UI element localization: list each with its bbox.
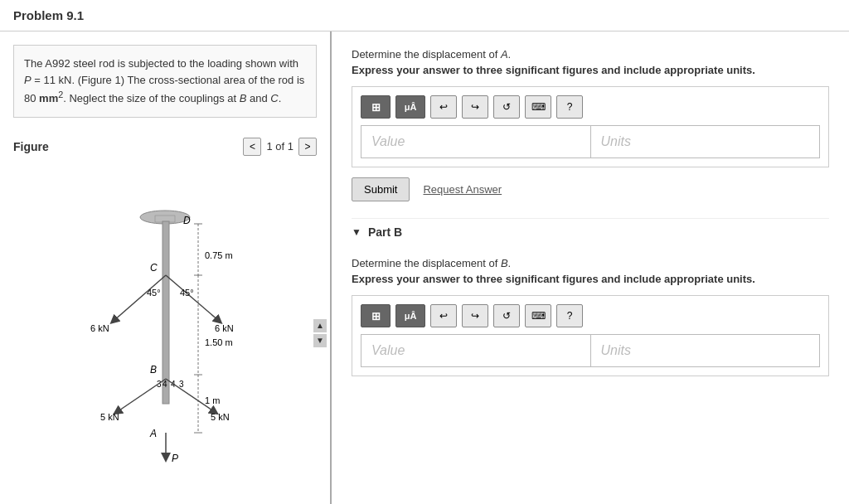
part-b-mu-btn[interactable]: μÂ xyxy=(395,304,425,327)
svg-text:A: A xyxy=(149,428,157,439)
part-b-label: Part B xyxy=(368,225,402,239)
diagram-svg: D C 45° 45° 0.75 m xyxy=(41,192,289,474)
part-a-keyboard-btn[interactable]: ⌨ xyxy=(525,95,551,119)
part-a-mu-btn[interactable]: μÂ xyxy=(395,95,425,119)
part-b-value-units-row: Value Units xyxy=(361,334,820,367)
part-b-instruction: Determine the displacement of B. xyxy=(352,257,829,269)
svg-text:45°: 45° xyxy=(147,288,161,298)
scroll-up-btn[interactable]: ▲ xyxy=(313,319,327,332)
header: Problem 9.1 xyxy=(0,0,849,32)
svg-text:B: B xyxy=(150,364,157,376)
left-panel: The A992 steel rod is subjected to the l… xyxy=(0,32,332,504)
main-content: The A992 steel rod is subjected to the l… xyxy=(0,32,849,504)
part-a-value-field[interactable]: Value xyxy=(361,125,591,158)
nav-count: 1 of 1 xyxy=(266,140,294,153)
nav-next-button[interactable]: > xyxy=(298,138,317,156)
svg-rect-3 xyxy=(163,221,169,404)
svg-text:1 m: 1 m xyxy=(205,395,220,405)
part-b-unit-btn[interactable]: ⊞ xyxy=(361,304,391,327)
part-b-answer-box: ⊞ μÂ ↩ ↪ ↺ ⌨ ? Value Units xyxy=(352,295,829,376)
problem-text: The A992 steel rod is subjected to the l… xyxy=(13,45,317,118)
page-title: Problem 9.1 xyxy=(13,8,84,22)
scroll-indicator: ▲ ▼ xyxy=(313,319,327,347)
part-b-help-btn[interactable]: ? xyxy=(556,304,583,327)
part-a-units-field[interactable]: Units xyxy=(591,125,821,158)
part-a-redo-btn[interactable]: ↪ xyxy=(462,95,488,119)
figure-label: Figure xyxy=(13,140,49,153)
part-a-answer-box: ⊞ μÂ ↩ ↪ ↺ ⌨ ? Value Units xyxy=(352,86,829,167)
figure-area: D C 45° 45° 0.75 m xyxy=(0,162,330,504)
part-b-header: ▼ Part B xyxy=(352,218,829,245)
svg-text:3: 3 xyxy=(179,380,184,389)
part-b-undo-btn[interactable]: ↩ xyxy=(430,304,457,327)
part-a-undo-btn[interactable]: ↩ xyxy=(430,95,457,119)
part-a-instruction: Determine the displacement of A. xyxy=(352,48,829,61)
part-b-keyboard-btn[interactable]: ⌨ xyxy=(525,304,551,327)
svg-text:C: C xyxy=(150,262,158,274)
part-b-redo-btn[interactable]: ↪ xyxy=(462,304,488,327)
svg-text:0.75 m: 0.75 m xyxy=(205,250,233,260)
part-b-units-field[interactable]: Units xyxy=(591,334,821,367)
part-a-unit-btn[interactable]: ⊞ xyxy=(361,95,391,119)
nav-prev-button[interactable]: < xyxy=(243,138,261,156)
right-panel: Determine the displacement of A. Express… xyxy=(332,32,849,504)
svg-text:5 kN: 5 kN xyxy=(100,412,119,422)
part-b-toolbar: ⊞ μÂ ↩ ↪ ↺ ⌨ ? xyxy=(361,304,820,327)
part-b-refresh-btn[interactable]: ↺ xyxy=(493,304,520,327)
part-a-section: Determine the displacement of A. Express… xyxy=(352,48,829,201)
part-a-help-btn[interactable]: ? xyxy=(556,95,583,119)
svg-text:D: D xyxy=(183,215,191,226)
svg-text:6 kN: 6 kN xyxy=(90,323,109,333)
svg-text:6 kN: 6 kN xyxy=(215,323,234,333)
part-a-toolbar: ⊞ μÂ ↩ ↪ ↺ ⌨ ? xyxy=(361,95,820,119)
part-a-value-units-row: Value Units xyxy=(361,125,820,158)
svg-text:45°: 45° xyxy=(180,288,194,298)
svg-text:5 kN: 5 kN xyxy=(211,412,230,422)
svg-line-23 xyxy=(117,379,166,412)
part-b-instruction-bold: Express your answer to three significant… xyxy=(352,273,829,285)
part-a-request-link[interactable]: Request Answer xyxy=(423,183,502,196)
part-a-submit-button[interactable]: Submit xyxy=(352,177,410,201)
figure-header: Figure < 1 of 1 > xyxy=(0,131,330,162)
svg-line-6 xyxy=(166,275,219,321)
part-b-collapse-arrow[interactable]: ▼ xyxy=(352,226,361,238)
page-container: Problem 9.1 The A992 steel rod is subjec… xyxy=(0,0,849,504)
part-a-refresh-btn[interactable]: ↺ xyxy=(493,95,520,119)
figure-nav: < 1 of 1 > xyxy=(243,138,317,156)
svg-text:1.50 m: 1.50 m xyxy=(205,337,233,347)
part-a-action-row: Submit Request Answer xyxy=(352,177,829,201)
svg-line-5 xyxy=(114,275,166,321)
part-b-section: Determine the displacement of B. Express… xyxy=(352,257,829,376)
scroll-down-btn[interactable]: ▼ xyxy=(313,334,327,347)
svg-text:P: P xyxy=(172,453,178,464)
part-b-value-field[interactable]: Value xyxy=(361,334,591,367)
part-a-instruction-bold: Express your answer to three significant… xyxy=(352,64,829,76)
